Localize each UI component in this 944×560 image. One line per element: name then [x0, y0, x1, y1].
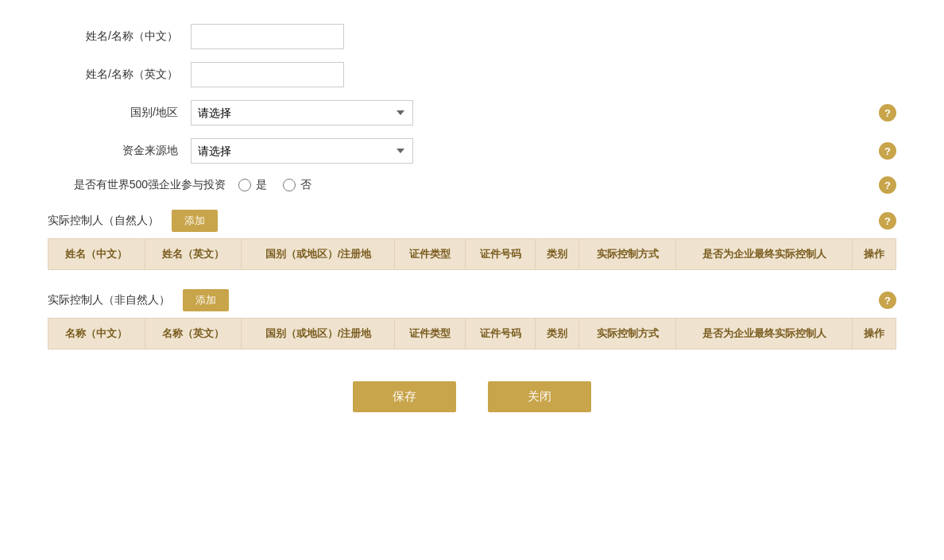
natural-person-table: 姓名（中文） 姓名（英文） 国别（或地区）/注册地 证件类型 证件号码 类别 实… — [48, 238, 896, 270]
np-col-control-method: 实际控制方式 — [579, 239, 676, 270]
np-col-cert-type: 证件类型 — [395, 239, 465, 270]
fortune500-yes-radio[interactable] — [238, 179, 251, 191]
non-natural-person-header-row: 名称（中文） 名称（英文） 国别（或地区）/注册地 证件类型 证件号码 类别 实… — [48, 319, 896, 350]
name-en-input[interactable] — [191, 62, 344, 87]
natural-person-header-row: 姓名（中文） 姓名（英文） 国别（或地区）/注册地 证件类型 证件号码 类别 实… — [48, 239, 896, 270]
country-select[interactable]: 请选择 — [191, 100, 413, 126]
country-help-icon[interactable]: ? — [879, 104, 896, 122]
bottom-actions: 保存 关闭 — [48, 381, 896, 412]
non-natural-person-header: 实际控制人（非自然人） 添加 ? — [48, 289, 896, 311]
fund-source-select[interactable]: 请选择 — [191, 138, 413, 164]
fortune500-yes-label: 是 — [256, 178, 267, 192]
name-en-label: 姓名/名称（英文） — [48, 68, 191, 82]
name-en-content — [191, 62, 896, 87]
fund-source-content: 请选择 — [191, 138, 869, 164]
fund-source-help-icon[interactable]: ? — [879, 142, 896, 160]
fortune500-no-option[interactable]: 否 — [283, 178, 311, 192]
np-col-name-cn: 姓名（中文） — [48, 239, 145, 270]
nnp-col-name-en: 名称（英文） — [145, 319, 242, 350]
natural-person-table-head: 姓名（中文） 姓名（英文） 国别（或地区）/注册地 证件类型 证件号码 类别 实… — [48, 239, 896, 270]
fund-source-label: 资金来源地 — [48, 144, 191, 158]
non-natural-person-section: 实际控制人（非自然人） 添加 ? 名称（中文） 名称（英文） 国别（或地区）/注… — [48, 289, 896, 350]
fortune500-help-icon[interactable]: ? — [879, 176, 896, 194]
name-cn-label: 姓名/名称（中文） — [48, 29, 191, 44]
country-row: 国别/地区 请选择 ? — [48, 100, 896, 126]
natural-person-section: 实际控制人（自然人） 添加 ? 姓名（中文） 姓名（英文） 国别（或地区）/注册… — [48, 210, 896, 270]
nnp-col-name-cn: 名称（中文） — [48, 319, 145, 350]
nnp-col-cert-num: 证件号码 — [465, 319, 535, 350]
natural-person-table-container: 姓名（中文） 姓名（英文） 国别（或地区）/注册地 证件类型 证件号码 类别 实… — [48, 238, 896, 270]
non-natural-person-add-button[interactable]: 添加 — [183, 289, 229, 311]
non-natural-person-help-icon[interactable]: ? — [879, 292, 896, 309]
fund-source-row: 资金来源地 请选择 ? — [48, 138, 896, 164]
nnp-col-category: 类别 — [536, 319, 579, 350]
fortune500-no-label: 否 — [300, 178, 311, 192]
fortune500-yes-option[interactable]: 是 — [238, 178, 267, 192]
country-label: 国别/地区 — [48, 106, 191, 120]
np-col-is-final: 是否为企业最终实际控制人 — [676, 239, 853, 270]
close-button[interactable]: 关闭 — [488, 381, 591, 412]
nnp-col-is-final: 是否为企业最终实际控制人 — [676, 319, 853, 350]
country-content: 请选择 — [191, 100, 869, 126]
name-cn-row: 姓名/名称（中文） — [48, 24, 896, 49]
np-col-action: 操作 — [852, 239, 896, 270]
name-cn-input[interactable] — [191, 24, 344, 49]
np-col-name-en: 姓名（英文） — [145, 239, 242, 270]
natural-person-title: 实际控制人（自然人） — [48, 214, 159, 228]
nnp-col-control-method: 实际控制方式 — [579, 319, 676, 350]
nnp-col-cert-type: 证件类型 — [395, 319, 465, 350]
fortune500-label: 是否有世界500强企业参与投资 — [48, 178, 238, 192]
np-col-cert-num: 证件号码 — [465, 239, 535, 270]
nnp-col-action: 操作 — [852, 319, 896, 350]
natural-person-header: 实际控制人（自然人） 添加 ? — [48, 210, 896, 232]
np-col-category: 类别 — [536, 239, 579, 270]
fortune500-row: 是否有世界500强企业参与投资 是 否 ? — [48, 176, 896, 194]
fortune500-content: 是 否 — [238, 178, 869, 192]
non-natural-person-title: 实际控制人（非自然人） — [48, 293, 170, 307]
save-button[interactable]: 保存 — [353, 381, 456, 412]
non-natural-person-table: 名称（中文） 名称（英文） 国别（或地区）/注册地 证件类型 证件号码 类别 实… — [48, 318, 896, 350]
name-en-row: 姓名/名称（英文） — [48, 62, 896, 87]
natural-person-help-icon[interactable]: ? — [879, 212, 896, 230]
np-col-country: 国别（或地区）/注册地 — [242, 239, 395, 270]
fortune500-no-radio[interactable] — [283, 179, 296, 191]
natural-person-add-button[interactable]: 添加 — [172, 210, 218, 232]
nnp-col-country: 国别（或地区）/注册地 — [242, 319, 395, 350]
name-cn-content — [191, 24, 896, 49]
non-natural-person-table-container: 名称（中文） 名称（英文） 国别（或地区）/注册地 证件类型 证件号码 类别 实… — [48, 318, 896, 350]
non-natural-person-table-head: 名称（中文） 名称（英文） 国别（或地区）/注册地 证件类型 证件号码 类别 实… — [48, 319, 896, 350]
main-form: 姓名/名称（中文） 姓名/名称（英文） 国别/地区 请选择 ? 资金来源地 请选… — [48, 24, 896, 194]
fortune500-radio-group: 是 否 — [238, 178, 869, 192]
